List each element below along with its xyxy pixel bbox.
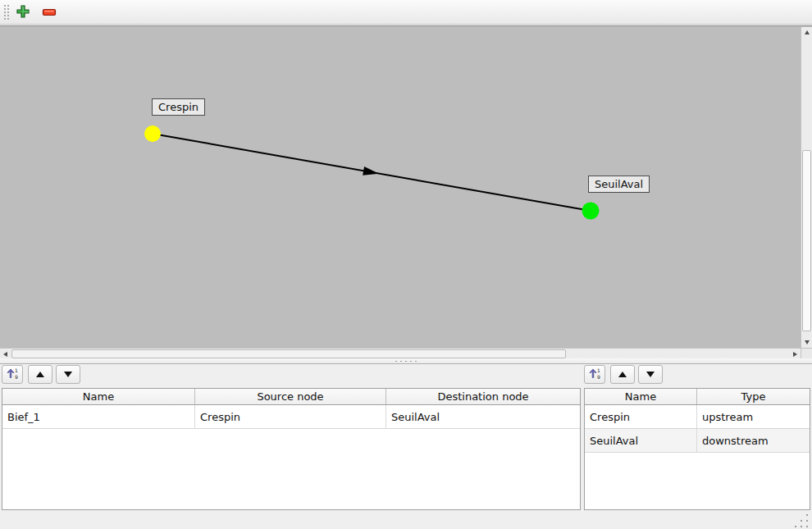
edge-arrow-icon (363, 166, 380, 178)
header-destination-node[interactable]: Destination node (386, 389, 580, 404)
horizontal-scrollbar-thumb[interactable] (11, 349, 566, 358)
svg-text:9: 9 (15, 374, 18, 380)
node-circle-crespin[interactable] (144, 125, 161, 142)
node-sort-button[interactable]: 1 9 (584, 365, 605, 384)
node-table-header: Name Type (585, 389, 810, 405)
node-circle-seuilaval[interactable] (582, 203, 600, 220)
reach-move-down-button[interactable] (56, 365, 80, 384)
remove-button[interactable] (39, 2, 60, 22)
add-button[interactable] (12, 2, 34, 22)
triangle-up-icon (805, 30, 810, 34)
header-name[interactable]: Name (2, 389, 195, 404)
arrow-up-icon (36, 372, 44, 377)
cell-source-node[interactable]: Crespin (195, 405, 386, 428)
canvas-horizontal-scrollbar[interactable] (0, 348, 801, 359)
vertical-scrollbar-thumb[interactable] (802, 150, 811, 331)
cell-type[interactable]: upstream (697, 405, 810, 428)
reach-table: Name Source node Destination node Bief_1… (2, 388, 581, 510)
triangle-down-icon (805, 340, 810, 344)
triangle-left-icon (3, 352, 7, 357)
table-row[interactable]: Bief_1 Crespin SeuilAval (2, 405, 580, 429)
scrollbar-corner (801, 348, 812, 359)
sort-ascending-icon: 1 9 (588, 367, 601, 382)
reach-table-header: Name Source node Destination node (2, 389, 580, 405)
arrow-down-icon (64, 372, 72, 377)
svg-text:1: 1 (15, 367, 18, 373)
triangle-right-icon (793, 352, 797, 357)
reach-sort-button[interactable]: 1 9 (2, 365, 23, 384)
svg-text:9: 9 (597, 374, 600, 380)
splitter-dots-icon (394, 360, 420, 363)
graph-layer (0, 27, 801, 348)
resize-grip-icon[interactable] (795, 514, 810, 527)
header-name[interactable]: Name (585, 389, 697, 404)
toolbar-grip-handle[interactable] (3, 4, 10, 21)
cell-name[interactable]: Bief_1 (2, 405, 195, 428)
svg-text:1: 1 (597, 367, 600, 373)
table-row[interactable]: SeuilAval downstream (585, 429, 810, 453)
header-source-node[interactable]: Source node (195, 389, 386, 404)
node-label-seuilaval[interactable]: SeuilAval (588, 176, 650, 193)
arrow-up-icon (618, 372, 627, 377)
cell-destination-node[interactable]: SeuilAval (386, 405, 580, 428)
network-canvas-frame: Crespin SeuilAval (0, 25, 812, 358)
sort-ascending-icon: 1 9 (6, 367, 19, 382)
cell-name[interactable]: SeuilAval (585, 429, 697, 452)
network-canvas[interactable]: Crespin SeuilAval (0, 27, 801, 348)
node-table: Name Type Crespin upstream SeuilAval dow… (584, 388, 810, 510)
header-type[interactable]: Type (697, 389, 810, 404)
scroll-down-button[interactable] (801, 337, 812, 348)
status-bar (0, 511, 812, 529)
node-label-crespin[interactable]: Crespin (152, 98, 205, 116)
cell-type[interactable]: downstream (697, 429, 810, 452)
table-row[interactable]: Crespin upstream (585, 405, 810, 429)
reach-move-up-button[interactable] (28, 365, 52, 384)
plus-icon (16, 4, 30, 21)
splitter-handle[interactable] (0, 358, 812, 364)
canvas-vertical-scrollbar[interactable] (801, 27, 812, 348)
arrow-down-icon (646, 372, 655, 377)
node-move-down-button[interactable] (638, 365, 663, 384)
minus-icon (42, 7, 57, 19)
node-move-up-button[interactable] (610, 365, 635, 384)
main-toolbar (0, 0, 812, 25)
scroll-up-button[interactable] (801, 27, 812, 38)
cell-name[interactable]: Crespin (585, 405, 697, 428)
